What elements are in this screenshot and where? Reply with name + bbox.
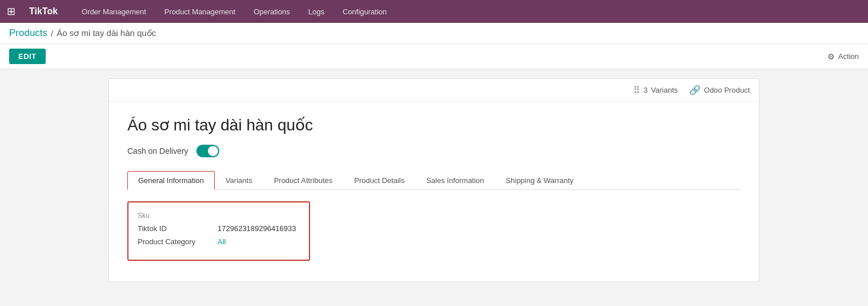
- tab-shipping-warranty[interactable]: Shipping & Warranty: [495, 171, 585, 190]
- breadcrumb-products-link[interactable]: Products: [9, 27, 47, 39]
- action-menu[interactable]: ⚙ Action: [827, 52, 859, 61]
- nav-item-operations[interactable]: Operations: [250, 5, 294, 18]
- odoo-product-label: Odoo Product: [704, 86, 750, 94]
- product-form: Áo sơ mi tay dài hàn quốc Cash on Delive…: [109, 102, 759, 281]
- breadcrumb-current-page: Áo sơ mi tay dài hàn quốc: [57, 28, 156, 38]
- tab-sales-information[interactable]: Sales Information: [415, 171, 495, 190]
- tab-product-attributes[interactable]: Product Attributes: [263, 171, 344, 190]
- main-area: ⠿ 3 Variants 🔗 Odoo Product Áo sơ mi tay…: [0, 69, 868, 306]
- field-group: Sku Tiktok ID 1729623189296416933 Produc…: [138, 212, 300, 246]
- tab-product-details[interactable]: Product Details: [343, 171, 415, 190]
- product-card: ⠿ 3 Variants 🔗 Odoo Product Áo sơ mi tay…: [108, 78, 760, 282]
- product-title: Áo sơ mi tay dài hàn quốc: [127, 116, 741, 134]
- product-category-value[interactable]: All: [218, 237, 226, 246]
- nav-item-order-management[interactable]: Order Management: [78, 5, 150, 18]
- card-toolbar: ⠿ 3 Variants 🔗 Odoo Product: [109, 79, 759, 102]
- product-category-label: Product Category: [138, 237, 218, 246]
- brand-name: TikTok: [29, 6, 58, 17]
- gear-icon: ⚙: [827, 52, 835, 61]
- tabs: General Information Variants Product Att…: [127, 171, 741, 190]
- action-bar: EDIT ⚙ Action: [0, 44, 868, 69]
- breadcrumb-separator: /: [51, 29, 53, 38]
- general-info-tab-content: Sku Tiktok ID 1729623189296416933 Produc…: [127, 201, 310, 261]
- edit-button[interactable]: EDIT: [9, 49, 46, 64]
- tiktok-id-label: Tiktok ID: [138, 224, 218, 233]
- cod-toggle[interactable]: [196, 145, 219, 157]
- tiktok-id-row: Tiktok ID 1729623189296416933: [138, 224, 300, 233]
- variants-count: 3: [644, 86, 648, 94]
- breadcrumb: Products / Áo sơ mi tay dài hàn quốc: [0, 23, 868, 44]
- tab-variants[interactable]: Variants: [215, 171, 263, 190]
- nav-item-logs[interactable]: Logs: [305, 5, 328, 18]
- variants-label: Variants: [651, 86, 678, 94]
- cod-label: Cash on Delivery: [127, 146, 188, 156]
- variants-icon: ⠿: [633, 85, 640, 96]
- nav-item-configuration[interactable]: Configuration: [339, 5, 390, 18]
- tab-general-information[interactable]: General Information: [127, 171, 215, 190]
- variants-toolbar-item[interactable]: ⠿ 3 Variants: [633, 85, 678, 96]
- tiktok-id-value: 1729623189296416933: [218, 224, 296, 233]
- sku-label: Sku: [138, 212, 300, 220]
- app-grid-icon[interactable]: ⊞: [7, 5, 15, 18]
- odoo-product-toolbar-item[interactable]: 🔗 Odoo Product: [689, 85, 750, 96]
- top-nav: ⊞ TikTok Order Management Product Manage…: [0, 0, 868, 23]
- cod-row: Cash on Delivery: [127, 145, 741, 157]
- nav-item-product-management[interactable]: Product Management: [161, 5, 239, 18]
- link-icon: 🔗: [689, 85, 701, 96]
- product-category-row: Product Category All: [138, 237, 300, 246]
- action-label: Action: [838, 52, 859, 61]
